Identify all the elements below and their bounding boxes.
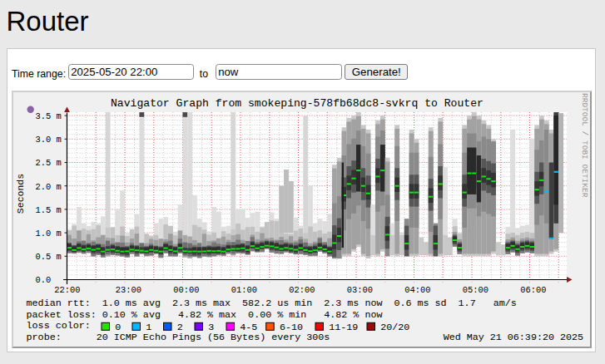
svg-text:RRDTOOL / TOBI OETIKER: RRDTOOL / TOBI OETIKER xyxy=(580,93,589,198)
svg-text:22:00: 22:00 xyxy=(54,285,80,295)
svg-text:Navigator Graph from smokeping: Navigator Graph from smokeping-578fb68dc… xyxy=(111,97,484,110)
svg-text:20/20: 20/20 xyxy=(380,322,409,333)
svg-text:2.0 m: 2.0 m xyxy=(36,182,62,192)
svg-text:06:00: 06:00 xyxy=(520,285,546,295)
svg-text:median rtt: 1.0 ms avg 2.3 m: median rtt: 1.0 ms avg 2.3 ms max 582.2 … xyxy=(27,298,517,309)
svg-text:2.5 m: 2.5 m xyxy=(36,158,62,168)
svg-text:3.5 m: 3.5 m xyxy=(36,111,62,121)
svg-text:1.0 m: 1.0 m xyxy=(36,229,62,239)
svg-text:04:00: 04:00 xyxy=(404,285,430,295)
svg-text:packet loss: 0.10 % avg 4.82: packet loss: 0.10 % avg 4.82 % max 0.00 … xyxy=(27,309,383,321)
svg-text:probe: 20 ICMP Echo Pings: probe: 20 ICMP Echo Pings (56 Bytes) eve… xyxy=(27,332,330,343)
svg-text:01:00: 01:00 xyxy=(231,285,257,295)
svg-text:23:00: 23:00 xyxy=(116,285,141,295)
svg-text:03:00: 03:00 xyxy=(347,285,373,295)
svg-text:11-19: 11-19 xyxy=(329,322,358,333)
svg-text:3.0 m: 3.0 m xyxy=(36,135,62,145)
svg-text:02:00: 02:00 xyxy=(289,285,315,295)
svg-text:loss color:: loss color: xyxy=(27,320,91,332)
svg-text:Seconds: Seconds xyxy=(15,174,26,214)
svg-text:Wed May 21 06:39:20 2025: Wed May 21 06:39:20 2025 xyxy=(444,332,583,343)
svg-text:0.5 m: 0.5 m xyxy=(36,252,62,262)
svg-text:05:00: 05:00 xyxy=(463,285,488,295)
svg-text:0.0: 0.0 xyxy=(36,275,52,285)
svg-text:00:00: 00:00 xyxy=(173,285,199,295)
svg-text:1.5 m: 1.5 m xyxy=(36,205,62,215)
